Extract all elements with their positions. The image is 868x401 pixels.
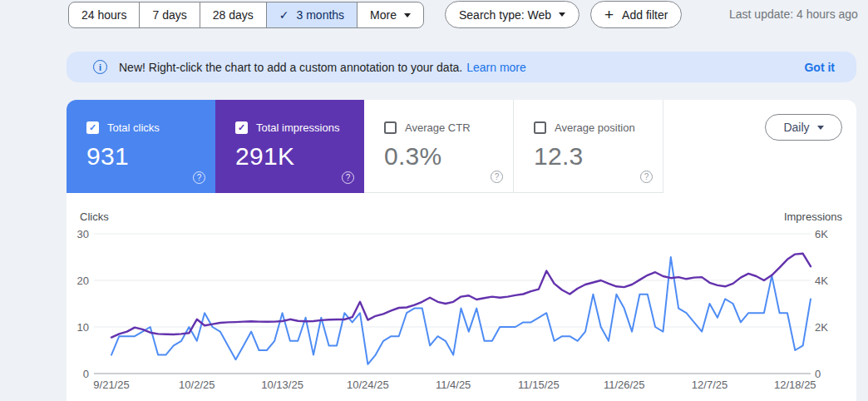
svg-text:10/24/25: 10/24/25 <box>347 379 389 391</box>
total-clicks-card[interactable]: Total clicks 931 <box>67 100 215 193</box>
help-icon[interactable] <box>342 171 354 184</box>
performance-panel: Total clicks 931 Total impressions 291K … <box>67 100 856 401</box>
average-position-card[interactable]: Average position 12.3 <box>514 100 663 193</box>
more-ranges-button[interactable]: More <box>357 2 423 27</box>
plus-icon: + <box>604 7 614 22</box>
granularity-label: Daily <box>783 121 809 134</box>
average-ctr-checkbox[interactable] <box>384 121 397 134</box>
card-label: Average CTR <box>405 121 471 134</box>
add-filter-button[interactable]: + Add filter <box>590 1 682 28</box>
chevron-down-icon <box>404 13 411 17</box>
card-label: Total clicks <box>107 121 160 134</box>
banner-text: New! Right-click the chart to add a cust… <box>119 61 462 74</box>
card-label: Total impressions <box>256 121 339 134</box>
help-icon[interactable] <box>640 171 653 183</box>
svg-text:11/26/25: 11/26/25 <box>604 379 645 391</box>
got-it-button[interactable]: Got it <box>804 61 835 74</box>
range-24-hours[interactable]: 24 hours <box>69 2 139 27</box>
search-type-label: Search type: Web <box>459 8 551 22</box>
total-clicks-checkbox[interactable] <box>86 121 99 134</box>
svg-text:0: 0 <box>83 368 89 380</box>
total-impressions-checkbox[interactable] <box>235 121 248 134</box>
search-type-dropdown[interactable]: Search type: Web <box>445 1 579 28</box>
svg-text:12/7/25: 12/7/25 <box>692 379 727 391</box>
svg-text:11/15/25: 11/15/25 <box>518 379 560 391</box>
range-28-days[interactable]: 28 days <box>200 2 266 27</box>
svg-text:10: 10 <box>77 321 89 334</box>
average-ctr-value: 0.3% <box>384 142 513 171</box>
average-position-checkbox[interactable] <box>534 121 546 134</box>
annotation-banner: i New! Right-click the chart to add a cu… <box>67 52 856 82</box>
svg-text:10/13/25: 10/13/25 <box>261 379 303 391</box>
svg-text:6K: 6K <box>815 228 828 240</box>
range-3-months[interactable]: 3 months <box>266 2 357 27</box>
total-impressions-value: 291K <box>235 142 364 171</box>
date-range-selector: 24 hours 7 days 28 days 3 months More <box>68 2 424 28</box>
info-icon: i <box>93 60 107 74</box>
svg-text:2K: 2K <box>815 321 828 334</box>
svg-text:9/21/25: 9/21/25 <box>93 379 129 391</box>
svg-text:30: 30 <box>77 228 89 240</box>
average-position-value: 12.3 <box>534 142 663 171</box>
last-update-text: Last update: 4 hours ago <box>729 7 858 21</box>
total-impressions-card[interactable]: Total impressions 291K <box>215 100 364 193</box>
svg-text:20: 20 <box>77 275 89 287</box>
chevron-down-icon <box>559 12 565 17</box>
svg-text:Impressions: Impressions <box>784 210 843 223</box>
total-clicks-value: 931 <box>86 142 215 171</box>
learn-more-link[interactable]: Learn more <box>466 61 526 74</box>
average-ctr-card[interactable]: Average CTR 0.3% <box>364 100 514 193</box>
granularity-dropdown[interactable]: Daily <box>765 114 842 141</box>
more-label: More <box>370 8 397 22</box>
help-icon[interactable] <box>193 171 205 184</box>
help-icon[interactable] <box>491 171 503 183</box>
add-filter-label: Add filter <box>622 8 668 22</box>
svg-text:12/18/25: 12/18/25 <box>774 379 816 391</box>
svg-text:11/4/25: 11/4/25 <box>436 379 471 391</box>
svg-text:Clicks: Clicks <box>80 210 109 223</box>
performance-line-chart[interactable]: ClicksImpressions30201006K4K2K09/21/2510… <box>67 208 856 401</box>
svg-text:4K: 4K <box>815 275 828 287</box>
svg-text:10/2/25: 10/2/25 <box>179 379 215 391</box>
chevron-down-icon <box>817 126 824 130</box>
range-7-days[interactable]: 7 days <box>139 2 199 27</box>
card-label: Average position <box>555 121 635 134</box>
